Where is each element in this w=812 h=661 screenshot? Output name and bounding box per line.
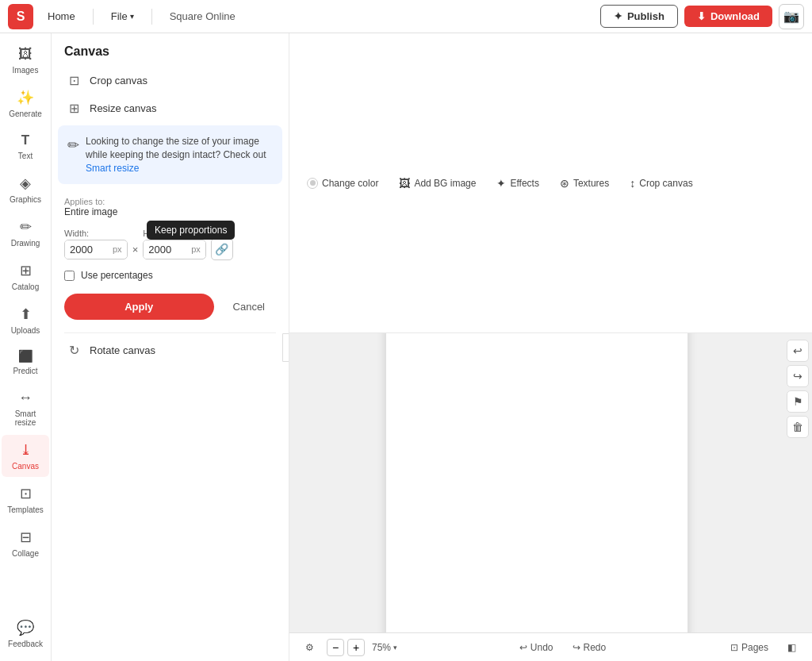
- images-icon: 🖼: [18, 46, 33, 63]
- apply-button[interactable]: Apply: [64, 294, 214, 320]
- sidebar-label-predict: Predict: [13, 367, 37, 375]
- panel-section-rotate: ↻ Rotate canvas: [52, 336, 289, 364]
- resize-hint-icon: ✏: [67, 136, 79, 154]
- sidebar-item-drawing[interactable]: ✏ Drawing: [2, 212, 49, 254]
- change-color-radio: [307, 178, 318, 189]
- dimension-x-separator: ×: [132, 244, 139, 256]
- sidebar-item-smart-resize[interactable]: ↔ Smart resize: [2, 383, 49, 433]
- redo-label: Redo: [584, 642, 607, 653]
- crop-canvas-icon: ↕: [630, 177, 635, 190]
- settings-icon: ⚙: [305, 642, 314, 653]
- sidebar-item-canvas[interactable]: ⤓ Canvas: [2, 435, 49, 477]
- flag-mini-icon: ⚑: [793, 395, 803, 408]
- width-label: Width:: [64, 229, 128, 238]
- left-sidebar: 🖼 Images ✨ Generate T Text ◈ Graphics ✏ …: [0, 33, 52, 661]
- sidebar-item-collage[interactable]: ⊟ Collage: [2, 522, 49, 564]
- keep-proportions-tooltip: Keep proportions: [147, 221, 235, 240]
- templates-icon: ⊡: [20, 485, 32, 502]
- smart-resize-icon: ↔: [18, 390, 33, 406]
- file-chevron-icon: ▾: [130, 12, 134, 21]
- crop-canvas-row[interactable]: ⊡ Crop canvas: [58, 67, 282, 94]
- rotate-canvas-row[interactable]: ↻ Rotate canvas: [58, 336, 282, 364]
- canvas-white-area: [386, 333, 688, 632]
- resize-canvas-row[interactable]: ⊞ Resize canvas: [58, 94, 282, 122]
- redo-mini-icon: ↪: [793, 370, 802, 382]
- sidebar-item-graphics[interactable]: ◈ Graphics: [2, 168, 49, 210]
- toolbar-crop-canvas[interactable]: ↕ Crop canvas: [622, 174, 700, 193]
- zoom-in-button[interactable]: +: [347, 639, 365, 656]
- toolbar-effects[interactable]: ✦ Effects: [488, 174, 546, 193]
- use-percentages-checkbox[interactable]: [64, 271, 75, 281]
- collapse-panel-button[interactable]: ‹: [282, 333, 289, 362]
- height-input-wrap: px: [143, 240, 206, 259]
- main-area: 🖼 Images ✨ Generate T Text ◈ Graphics ✏ …: [0, 33, 812, 661]
- file-nav-item[interactable]: File ▾: [103, 7, 142, 25]
- layers-icon: ◧: [787, 642, 796, 653]
- home-nav-item[interactable]: Home: [40, 7, 83, 25]
- crop-icon: ⊡: [66, 73, 82, 88]
- canvas-panel: Canvas ⊡ Crop canvas ⊞ Resize canvas ✏ L…: [52, 33, 289, 661]
- undo-mini-button[interactable]: ↩: [787, 340, 809, 362]
- publish-button[interactable]: ✦ Publish: [600, 5, 678, 28]
- redo-button[interactable]: ↪ Redo: [566, 640, 613, 655]
- height-input[interactable]: [144, 240, 191, 259]
- sidebar-label-text: Text: [18, 152, 33, 160]
- download-icon: ⬇: [697, 10, 706, 22]
- use-percentages-label[interactable]: Use percentages: [81, 270, 153, 281]
- smart-resize-link[interactable]: Smart resize: [86, 163, 139, 174]
- download-button[interactable]: ⬇ Download: [684, 6, 772, 27]
- settings-button[interactable]: ⚙: [299, 640, 320, 655]
- sidebar-item-images[interactable]: 🖼 Images: [2, 40, 49, 81]
- sidebar-item-feedback[interactable]: 💬 Feedback: [2, 613, 49, 655]
- sidebar-label-images: Images: [13, 66, 39, 75]
- width-input[interactable]: [65, 240, 113, 259]
- pages-button[interactable]: ⊡ Pages: [724, 640, 775, 655]
- sidebar-item-generate[interactable]: ✨ Generate: [2, 83, 49, 125]
- keep-proportions-button[interactable]: 🔗: [211, 238, 233, 260]
- toolbar-add-bg-image[interactable]: 🖼 Add BG image: [391, 174, 484, 193]
- effects-icon: ✦: [496, 177, 506, 190]
- trash-mini-button[interactable]: 🗑: [787, 416, 809, 438]
- sidebar-label-graphics: Graphics: [10, 195, 41, 204]
- logo-button[interactable]: S: [8, 4, 33, 29]
- rotate-icon: ↻: [66, 343, 82, 358]
- layers-button[interactable]: ◧: [781, 640, 802, 655]
- sidebar-label-templates: Templates: [7, 505, 44, 514]
- camera-button[interactable]: 📷: [779, 4, 804, 29]
- sidebar-item-templates[interactable]: ⊡ Templates: [2, 478, 49, 521]
- zoom-percentage: 75%: [372, 642, 391, 653]
- uploads-icon: ⬆: [20, 306, 32, 323]
- undo-label: Undo: [530, 642, 553, 653]
- width-input-wrap: px: [64, 240, 128, 259]
- pages-icon: ⊡: [730, 642, 738, 653]
- resize-hint-text: Looking to change the size of your image…: [86, 135, 273, 175]
- zoom-arrow-icon: ▾: [393, 644, 397, 651]
- catalog-icon: ⊞: [20, 262, 32, 279]
- link-icon: 🔗: [215, 243, 228, 256]
- sidebar-item-uploads[interactable]: ⬆ Uploads: [2, 299, 49, 341]
- toolbar-change-color[interactable]: Change color: [299, 175, 386, 192]
- cancel-button[interactable]: Cancel: [222, 294, 276, 320]
- undo-button[interactable]: ↩ Undo: [513, 640, 560, 655]
- toolbar-textures[interactable]: ⊛ Textures: [552, 174, 617, 193]
- zoom-out-button[interactable]: −: [327, 639, 344, 656]
- right-mini-toolbar: ↩ ↪ ⚑ 🗑: [783, 333, 812, 632]
- nav-divider-1: [93, 9, 94, 25]
- redo-mini-button[interactable]: ↪: [787, 365, 809, 387]
- sidebar-label-uploads: Uploads: [11, 326, 40, 335]
- textures-icon: ⊛: [560, 177, 569, 190]
- resize-icon: ⊞: [66, 101, 82, 116]
- dimensions-row: Width: px × Height: px 🔗 Keep proportion…: [52, 221, 289, 267]
- flag-mini-button[interactable]: ⚑: [787, 390, 809, 413]
- zoom-out-icon: −: [332, 641, 339, 654]
- trash-mini-icon: 🗑: [792, 421, 803, 433]
- panel-title: Canvas: [52, 33, 289, 67]
- sidebar-item-text[interactable]: T Text: [2, 126, 49, 167]
- sidebar-item-predict[interactable]: ⬛ Predict: [2, 343, 49, 382]
- applies-to-section: Applies to: Entire image: [52, 187, 289, 221]
- applies-to-value: Entire image: [64, 206, 276, 217]
- top-toolbar: Change color 🖼 Add BG image ✦ Effects ⊛ …: [289, 33, 812, 333]
- zoom-value-display[interactable]: 75% ▾: [368, 640, 401, 655]
- zoom-in-icon: +: [353, 641, 359, 654]
- sidebar-item-catalog[interactable]: ⊞ Catalog: [2, 256, 49, 298]
